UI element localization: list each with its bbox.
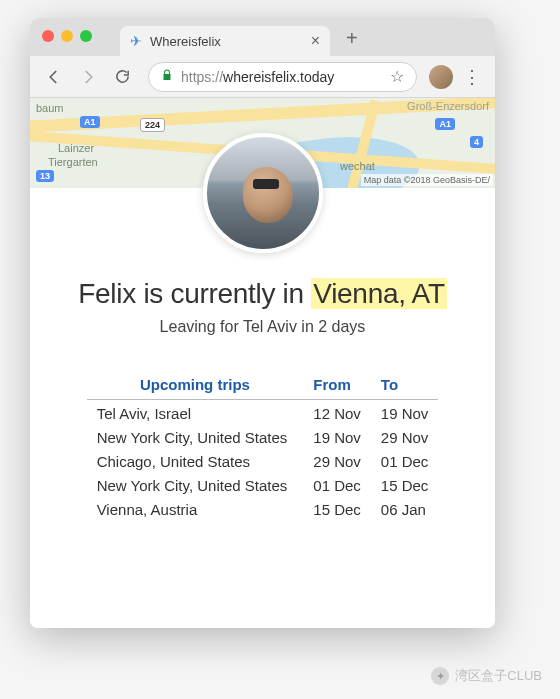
table-row: New York City, United States01 Dec15 Dec: [87, 472, 439, 496]
trip-to: 01 Dec: [371, 448, 439, 472]
map-label: Lainzer: [58, 142, 94, 154]
col-upcoming-trips: Upcoming trips: [87, 370, 304, 400]
map-label: baum: [36, 102, 64, 114]
trip-from: 19 Nov: [303, 424, 371, 448]
overflow-menu-button[interactable]: ⋮: [459, 66, 485, 88]
reload-button[interactable]: [108, 63, 136, 91]
traffic-lights: [42, 30, 92, 42]
arrow-left-icon: [45, 68, 63, 86]
profile-avatar-button[interactable]: [429, 65, 453, 89]
forward-button[interactable]: [74, 63, 102, 91]
tab-close-icon[interactable]: ×: [311, 32, 320, 50]
table-header-row: Upcoming trips From To: [87, 370, 439, 400]
tab-favicon-plane-icon: ✈: [130, 33, 142, 49]
trip-to: 19 Nov: [371, 400, 439, 425]
col-to: To: [371, 370, 439, 400]
trip-from: 15 Dec: [303, 496, 371, 520]
reload-icon: [114, 68, 131, 85]
titlebar: ✈ Whereisfelix × +: [30, 18, 495, 56]
watermark: ✦ 湾区盒子CLUB: [431, 667, 542, 685]
toolbar: https://whereisfelix.today ☆ ⋮: [30, 56, 495, 98]
map-attribution: Map data ©2018 GeoBasis-DE/: [361, 174, 493, 186]
page-content: baum Lainzer Tiergarten Groß-Enzersdorf …: [30, 98, 495, 628]
map-route-badge: A1: [435, 118, 455, 130]
trip-destination: New York City, United States: [87, 424, 304, 448]
profile-photo: [203, 133, 323, 253]
table-row: Chicago, United States29 Nov01 Dec: [87, 448, 439, 472]
url-host: whereisfelix.today: [223, 69, 334, 85]
trip-to: 06 Jan: [371, 496, 439, 520]
trip-to: 29 Nov: [371, 424, 439, 448]
trip-destination: New York City, United States: [87, 472, 304, 496]
wechat-icon: ✦: [431, 667, 449, 685]
map-label: wechat: [340, 160, 375, 172]
window-close-button[interactable]: [42, 30, 54, 42]
trip-to: 15 Dec: [371, 472, 439, 496]
browser-tab[interactable]: ✈ Whereisfelix ×: [120, 26, 330, 56]
map-label: Groß-Enzersdorf: [407, 100, 489, 112]
map-route-badge: 224: [140, 118, 165, 132]
map-label: Tiergarten: [48, 156, 98, 168]
trip-from: 29 Nov: [303, 448, 371, 472]
trip-destination: Chicago, United States: [87, 448, 304, 472]
arrow-right-icon: [79, 68, 97, 86]
subline: Leaving for Tel Aviv in 2 days: [30, 318, 495, 336]
table-row: Vienna, Austria15 Dec06 Jan: [87, 496, 439, 520]
table-row: Tel Aviv, Israel12 Nov19 Nov: [87, 400, 439, 425]
back-button[interactable]: [40, 63, 68, 91]
trip-destination: Tel Aviv, Israel: [87, 400, 304, 425]
map-route-badge: 13: [36, 170, 54, 182]
trip-from: 01 Dec: [303, 472, 371, 496]
trip-from: 12 Nov: [303, 400, 371, 425]
map-route-badge: 4: [470, 136, 483, 148]
headline-location: Vienna, AT: [311, 278, 446, 309]
trips-table: Upcoming trips From To Tel Aviv, Israel1…: [87, 370, 439, 520]
map-route-badge: A1: [80, 116, 100, 128]
tab-title: Whereisfelix: [150, 34, 221, 49]
url-scheme: https://: [181, 69, 223, 85]
trip-destination: Vienna, Austria: [87, 496, 304, 520]
lock-icon: [161, 68, 173, 85]
new-tab-button[interactable]: +: [346, 27, 358, 50]
browser-window: ✈ Whereisfelix × + https://whereisfelix.…: [30, 18, 495, 628]
url-text: https://whereisfelix.today: [181, 69, 334, 85]
col-from: From: [303, 370, 371, 400]
bookmark-star-icon[interactable]: ☆: [390, 67, 404, 86]
headline-prefix: Felix is currently in: [78, 278, 311, 309]
window-minimize-button[interactable]: [61, 30, 73, 42]
watermark-text: 湾区盒子CLUB: [455, 667, 542, 685]
address-bar[interactable]: https://whereisfelix.today ☆: [148, 62, 417, 92]
table-row: New York City, United States19 Nov29 Nov: [87, 424, 439, 448]
window-zoom-button[interactable]: [80, 30, 92, 42]
headline: Felix is currently in Vienna, AT: [30, 278, 495, 310]
